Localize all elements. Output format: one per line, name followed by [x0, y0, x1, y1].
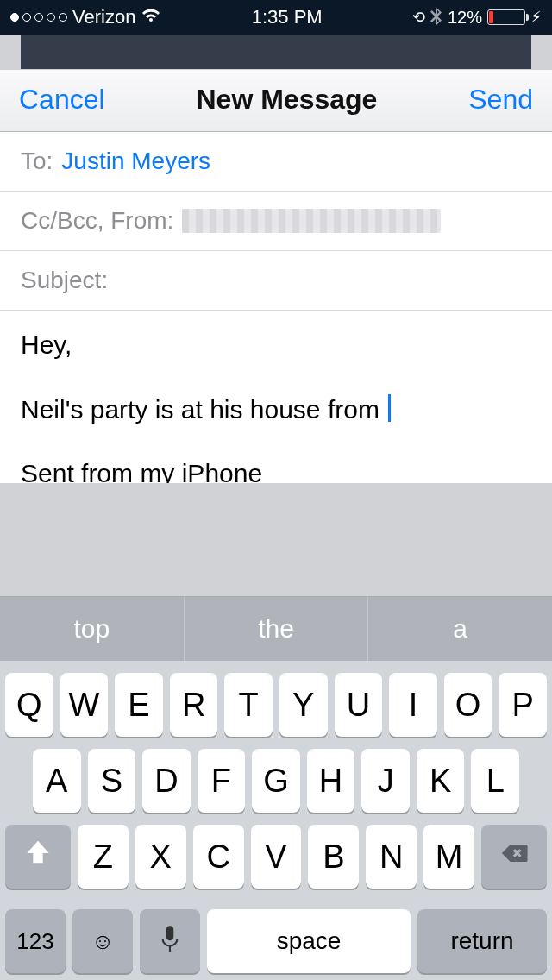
battery-icon	[487, 9, 525, 25]
key-f[interactable]: F	[198, 749, 246, 813]
key-a[interactable]: A	[33, 749, 81, 813]
cancel-button[interactable]: Cancel	[19, 84, 105, 116]
to-recipient[interactable]: Justin Meyers	[61, 148, 210, 175]
key-c[interactable]: C	[193, 825, 244, 889]
key-z[interactable]: Z	[78, 825, 129, 889]
bluetooth-icon	[430, 6, 442, 29]
status-right: ⟲ 12% ⚡︎	[412, 6, 542, 29]
body-line-1: Hey,	[21, 328, 531, 363]
key-x[interactable]: X	[135, 825, 186, 889]
emoji-icon: ☺	[91, 928, 115, 955]
key-y[interactable]: Y	[279, 673, 328, 737]
subject-label: Subject:	[21, 267, 108, 294]
numbers-key[interactable]: 123	[5, 909, 66, 973]
key-b[interactable]: B	[308, 825, 359, 889]
status-left: Verizon	[10, 6, 161, 28]
send-button[interactable]: Send	[468, 84, 533, 116]
microphone-icon	[159, 924, 181, 959]
compose-header: Cancel New Message Send	[0, 69, 552, 132]
charging-icon: ⚡︎	[530, 8, 542, 27]
key-row-bottom: 123 ☺ space return	[0, 909, 552, 980]
text-cursor	[388, 394, 391, 422]
keyboard: top the a Q W E R T Y U I O P A S D F G …	[0, 596, 552, 980]
sheet-backdrop	[21, 35, 531, 69]
key-h[interactable]: H	[307, 749, 355, 813]
to-label: To:	[21, 148, 53, 175]
cc-bcc-from-field[interactable]: Cc/Bcc, From:	[0, 192, 552, 251]
key-t[interactable]: T	[224, 673, 273, 737]
key-p[interactable]: P	[499, 673, 547, 737]
status-time: 1:35 PM	[252, 6, 323, 28]
body-line-2: Neil's party is at his house from	[21, 393, 531, 428]
key-l[interactable]: L	[471, 749, 519, 813]
key-j[interactable]: J	[361, 749, 410, 813]
shift-arrow-icon	[23, 839, 53, 876]
battery-percent: 12%	[448, 8, 482, 28]
emoji-key[interactable]: ☺	[72, 909, 133, 973]
message-body[interactable]: Hey, Neil's party is at his house from S…	[0, 311, 552, 483]
backspace-icon	[499, 839, 529, 876]
from-address-redacted	[182, 209, 441, 233]
key-row-3: Z X C V B N M	[5, 825, 547, 889]
key-v[interactable]: V	[251, 825, 302, 889]
ccbcc-label: Cc/Bcc, From:	[21, 207, 173, 235]
key-g[interactable]: G	[252, 749, 300, 813]
dictation-key[interactable]	[140, 909, 200, 973]
space-key[interactable]: space	[207, 909, 411, 973]
key-k[interactable]: K	[417, 749, 465, 813]
key-o[interactable]: O	[444, 673, 492, 737]
key-r[interactable]: R	[170, 673, 218, 737]
key-row-1: Q W E R T Y U I O P	[5, 673, 547, 737]
key-d[interactable]: D	[142, 749, 191, 813]
orientation-lock-icon: ⟲	[412, 8, 425, 27]
status-bar: Verizon 1:35 PM ⟲ 12% ⚡︎	[0, 0, 552, 35]
wifi-icon	[141, 6, 161, 28]
signal-strength-icon	[10, 13, 67, 22]
key-i[interactable]: I	[389, 673, 437, 737]
carrier-label: Verizon	[72, 6, 135, 28]
suggestion-3[interactable]: a	[368, 597, 552, 661]
key-row-2: A S D F G H J K L	[5, 749, 547, 813]
return-key[interactable]: return	[417, 909, 547, 973]
svg-rect-0	[166, 926, 174, 940]
compose-fields: To: Justin Meyers Cc/Bcc, From: Subject:	[0, 132, 552, 311]
key-s[interactable]: S	[88, 749, 136, 813]
key-n[interactable]: N	[366, 825, 417, 889]
key-w[interactable]: W	[60, 673, 109, 737]
compose-title: New Message	[197, 84, 378, 116]
suggestion-2[interactable]: the	[185, 597, 369, 661]
subject-field[interactable]: Subject:	[0, 251, 552, 311]
key-u[interactable]: U	[335, 673, 383, 737]
suggestion-bar: top the a	[0, 597, 552, 661]
key-q[interactable]: Q	[5, 673, 53, 737]
to-field[interactable]: To: Justin Meyers	[0, 132, 552, 192]
signature-line: Sent from my iPhone	[21, 456, 531, 483]
key-m[interactable]: M	[423, 825, 474, 889]
key-e[interactable]: E	[115, 673, 163, 737]
suggestion-1[interactable]: top	[0, 597, 185, 661]
backspace-key[interactable]	[481, 825, 547, 889]
shift-key[interactable]	[5, 825, 71, 889]
